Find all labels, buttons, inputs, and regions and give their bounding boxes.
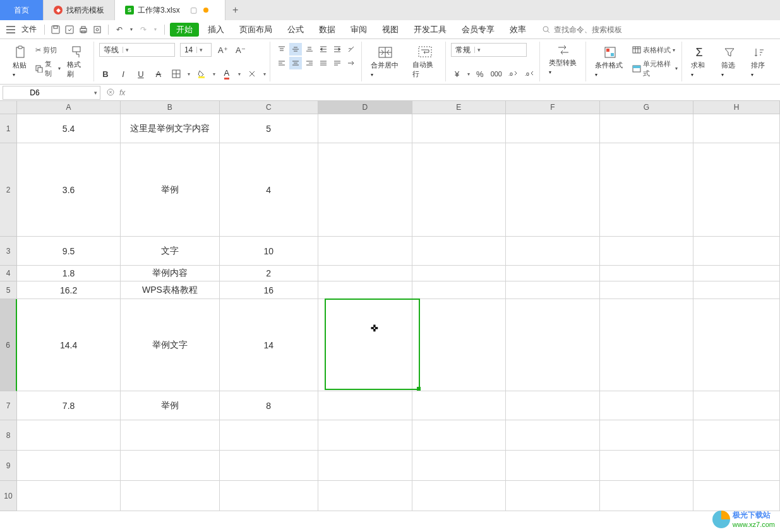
cell-A6[interactable]: 14.4 [17, 299, 121, 391]
redo-icon[interactable]: ↷ [138, 24, 149, 35]
cell-B7[interactable]: 举例 [121, 391, 219, 420]
menu-tab-layout[interactable]: 页面布局 [233, 23, 279, 37]
cell-H1[interactable] [693, 114, 780, 143]
cell-G10[interactable] [600, 481, 694, 511]
strikethrough-button[interactable]: A [152, 68, 165, 80]
cell-C9[interactable] [220, 451, 318, 481]
increase-font-icon[interactable]: A⁺ [217, 44, 229, 56]
cell-A9[interactable] [17, 451, 121, 481]
cell-D4[interactable] [318, 266, 412, 281]
file-menu[interactable]: 文件 [19, 24, 39, 35]
cell-C8[interactable] [220, 420, 318, 451]
cell-B8[interactable] [121, 420, 219, 451]
cell-G8[interactable] [600, 420, 694, 451]
font-color-button[interactable]: A [220, 68, 233, 80]
cell-B2[interactable]: 举例 [121, 143, 219, 237]
cell-F3[interactable] [506, 237, 600, 266]
cell-F7[interactable] [506, 391, 600, 420]
align-center-icon[interactable] [289, 57, 302, 69]
tab-window-icon[interactable]: ▢ [190, 6, 197, 15]
cell-A8[interactable] [17, 420, 121, 451]
save-icon[interactable] [50, 24, 61, 35]
cell-D10[interactable] [318, 481, 412, 511]
print-icon[interactable] [78, 24, 89, 35]
cell-G3[interactable] [600, 237, 694, 266]
cell-G2[interactable] [600, 143, 694, 237]
cell-H7[interactable] [693, 391, 780, 420]
cell-F2[interactable] [506, 143, 600, 237]
cell-B3[interactable]: 文字 [121, 237, 219, 266]
cell-F8[interactable] [506, 420, 600, 451]
row-header-3[interactable]: 3 [0, 237, 17, 266]
filter-button[interactable]: 筛选 ▾ [717, 43, 741, 80]
cell-F9[interactable] [506, 451, 600, 481]
cell-B4[interactable]: 举例内容 [121, 266, 219, 281]
cell-H9[interactable] [693, 451, 780, 481]
font-size-combo[interactable]: 14▾ [180, 43, 212, 57]
undo-icon[interactable]: ↶ [114, 24, 125, 35]
col-header-D[interactable]: D [318, 101, 412, 114]
row-header-1[interactable]: 1 [0, 114, 17, 143]
orientation-icon[interactable] [345, 43, 357, 56]
cell-G4[interactable] [600, 266, 694, 281]
cell-D7[interactable] [318, 391, 412, 420]
cell-B10[interactable] [121, 481, 219, 511]
cell-B9[interactable] [121, 451, 219, 481]
cell-A3[interactable]: 9.5 [17, 237, 121, 266]
sum-button[interactable]: Σ 求和 ▾ [687, 43, 711, 80]
merge-button[interactable]: 合并居中 ▾ [367, 43, 404, 80]
cut-button[interactable]: ✂剪切 [35, 45, 61, 55]
align-middle-icon[interactable] [289, 43, 302, 56]
col-header-B[interactable]: B [121, 101, 219, 114]
cell-H3[interactable] [693, 237, 780, 266]
font-name-combo[interactable]: 等线▾ [99, 43, 175, 57]
cell-E4[interactable] [412, 266, 507, 281]
save-as-icon[interactable] [64, 24, 75, 35]
menu-tab-insert[interactable]: 插入 [201, 23, 231, 37]
cell-F6[interactable] [506, 299, 600, 391]
print-preview-icon[interactable] [92, 24, 103, 35]
cell-B6[interactable]: 举例文字 [121, 299, 219, 391]
tab-workbook[interactable]: S 工作簿3.xlsx ▢ [115, 0, 225, 20]
cell-H10[interactable] [693, 481, 780, 511]
format-painter-button[interactable]: 格式刷 [63, 43, 90, 80]
cell-E1[interactable] [412, 114, 507, 143]
indent-increase-icon[interactable] [331, 43, 344, 56]
increase-decimal-icon[interactable]: .0 [507, 68, 519, 80]
cell-H4[interactable] [693, 266, 780, 281]
table-style-button[interactable]: 表格样式▾ [632, 45, 678, 55]
command-search[interactable] [543, 25, 642, 34]
cell-C5[interactable]: 16 [220, 281, 318, 299]
col-header-A[interactable]: A [17, 101, 121, 114]
row-header-2[interactable]: 2 [0, 143, 17, 237]
cell-H6[interactable] [693, 299, 780, 391]
tab-home[interactable]: 首页 [0, 0, 44, 20]
number-format-combo[interactable]: 常规▾ [451, 43, 527, 57]
row-header-5[interactable]: 5 [0, 281, 17, 299]
cell-E2[interactable] [412, 143, 507, 237]
cell-A4[interactable]: 1.8 [17, 266, 121, 281]
cell-C7[interactable]: 8 [220, 391, 318, 420]
cell-D6[interactable] [318, 299, 412, 391]
cell-H5[interactable] [693, 281, 780, 299]
cell-A5[interactable]: 16.2 [17, 281, 121, 299]
italic-button[interactable]: I [117, 68, 129, 80]
cell-D3[interactable] [318, 237, 412, 266]
name-box[interactable]: ▾ [3, 86, 100, 100]
menu-tab-formula[interactable]: 公式 [281, 23, 310, 37]
cell-C10[interactable] [220, 481, 318, 511]
cell-D5[interactable] [318, 281, 412, 299]
grid[interactable]: 5.4这里是举例文字内容53.6举例49.5文字101.8举例内容216.2WP… [17, 114, 780, 511]
cell-E10[interactable] [412, 481, 507, 511]
cell-C6[interactable]: 14 [220, 299, 318, 391]
name-box-input[interactable] [3, 88, 66, 97]
tab-templates[interactable]: ◆ 找稻壳模板 [44, 0, 115, 20]
row-header-4[interactable]: 4 [0, 266, 17, 281]
cell-E3[interactable] [412, 237, 507, 266]
comma-icon[interactable]: 000 [490, 68, 503, 80]
row-header-8[interactable]: 8 [0, 420, 17, 451]
cell-C1[interactable]: 5 [220, 114, 318, 143]
align-left-icon[interactable] [275, 57, 288, 69]
bold-button[interactable]: B [99, 68, 112, 80]
fx-icon[interactable]: fx [119, 88, 125, 97]
